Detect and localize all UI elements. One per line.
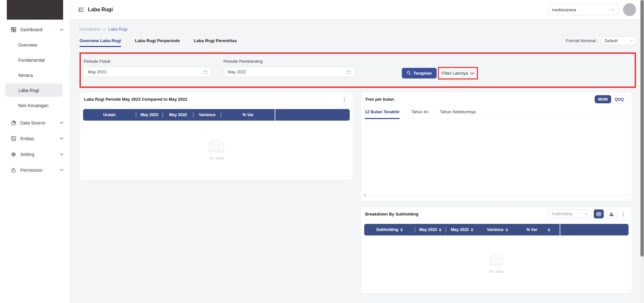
mom-qoq-toggle: MOM QOQ: [594, 95, 628, 104]
column-header-empty: [560, 224, 629, 235]
sidebar-item-entitas[interactable]: Entitas: [0, 131, 70, 146]
column-header-empty: [275, 109, 350, 121]
sort-icon: [471, 228, 473, 232]
page-scrollbar-thumb[interactable]: [640, 0, 644, 257]
filter-region-highlight: Periode Fiskal May 2023 Periode Pembandi…: [80, 52, 636, 88]
tren-chart-area: 0: [364, 119, 629, 201]
breadcrumb-item-dashboard[interactable]: Dashboard: [80, 27, 100, 32]
breakdown-table-header: Subholding May 2023: [364, 224, 629, 235]
tab-overview-laba-rugi[interactable]: Overview Laba Rugi: [80, 38, 121, 47]
apply-button-label: Terapkan: [413, 71, 432, 76]
apply-button[interactable]: Terapkan: [402, 68, 437, 78]
tab-laba-rugi-perperiode[interactable]: Laba Rugi Perperiode: [135, 38, 180, 47]
empty-state: No data: [361, 235, 632, 290]
content: Dashboard > Laba Rugi Overview Laba Rugi…: [70, 20, 644, 303]
chevron-down-icon: [584, 213, 588, 215]
menu-fold-icon[interactable]: [78, 7, 84, 12]
zero-gridline: [368, 195, 629, 196]
breadcrumb: Dashboard > Laba Rugi: [80, 27, 636, 32]
app-root: Dashboard Overview Fundamental Neraca La…: [0, 0, 644, 303]
laba-rugi-card-title: Laba Rugi Periode May 2023 Compared to M…: [84, 97, 187, 102]
breakdown-controls: Subholding: [548, 209, 628, 218]
sidebar-item-non-keuangan[interactable]: Non Keuangan: [0, 98, 70, 113]
column-header-subholding[interactable]: Subholding: [364, 224, 415, 235]
chevron-down-icon: [60, 169, 63, 171]
sort-icon: [548, 228, 550, 232]
calendar-icon: [204, 70, 208, 74]
company-select[interactable]: mediasarana: [548, 4, 619, 15]
table-view-button[interactable]: [594, 209, 604, 218]
column-header-uraian: Uraian: [83, 109, 136, 121]
sidebar-item-fundamental[interactable]: Fundamental: [0, 52, 70, 68]
chart-view-button[interactable]: [606, 209, 616, 218]
tab-laba-rugi-perentitas[interactable]: Laba Rugi Perentitas: [194, 38, 237, 47]
kebab-menu-icon[interactable]: ⋮: [619, 210, 628, 218]
sidebar-item-laba-rugi[interactable]: Laba Rugi: [5, 84, 63, 97]
kebab-menu-icon[interactable]: ⋮: [340, 96, 349, 103]
user-avatar[interactable]: [623, 3, 636, 16]
column-header-variance[interactable]: Variance: [478, 224, 517, 235]
sidebar-item-permission[interactable]: Permission: [0, 162, 70, 178]
topbar-right: mediasarana: [548, 3, 636, 16]
subholding-group-select[interactable]: Subholding: [548, 209, 591, 218]
chevron-down-icon: [60, 137, 63, 140]
periode-pembanding-value: May 2022: [228, 69, 246, 74]
column-header-pct-var: % Var: [221, 109, 275, 121]
no-data-label: No data: [489, 269, 504, 274]
chevron-up-icon: [60, 29, 63, 31]
chevron-down-icon: [630, 40, 633, 42]
column-header-may-2023[interactable]: May 2023: [415, 224, 446, 235]
tab-tahun-sebelumnya[interactable]: Tahun Sebelumnya: [440, 109, 476, 119]
sidebar-item-setting[interactable]: Setting: [0, 146, 70, 162]
sidebar-item-label: Setting: [20, 152, 34, 157]
toggle-qoq[interactable]: QOQ: [611, 95, 627, 103]
cards-grid: Laba Rugi Periode May 2023 Compared to M…: [80, 92, 636, 293]
sidebar-item-overview[interactable]: Overview: [0, 37, 70, 52]
tren-card-header: Tren per bulan MOM QOQ: [361, 92, 632, 106]
breakdown-subholding-card: Breakdown By Subholding Subholding: [361, 207, 632, 293]
company-select-value: mediasarana: [552, 7, 576, 12]
app-logo: [7, 0, 63, 20]
breadcrumb-separator: >: [103, 27, 106, 32]
page-scrollbar-track: [640, 0, 644, 303]
chevron-down-icon: [60, 153, 63, 155]
tabs-row: Overview Laba Rugi Laba Rugi Perperiode …: [80, 36, 636, 47]
sort-icon: [439, 228, 441, 232]
periode-fiskal-input[interactable]: May 2023: [84, 67, 212, 77]
tab-tahun-ini[interactable]: Tahun Ini: [411, 109, 428, 119]
sidebar-item-label: Non Keuangan: [18, 103, 48, 108]
tren-per-bulan-card: Tren per bulan MOM QOQ 12 Bulan Terakhir…: [361, 92, 632, 201]
periode-pembanding-input[interactable]: May 2022: [223, 67, 355, 77]
gear-icon: [11, 152, 16, 157]
tab-12-bulan-terakhir[interactable]: 12 Bulan Terakhir: [365, 109, 400, 119]
bar-chart-icon: [609, 212, 614, 216]
sidebar-item-neraca[interactable]: Neraca: [0, 68, 70, 83]
sidebar-item-label: Laba Rugi: [18, 88, 39, 93]
dashboard-submenu: Overview Fundamental Neraca Laba Rugi No…: [0, 36, 70, 115]
page-title: Laba Rugi: [88, 7, 113, 13]
toggle-mom[interactable]: MOM: [595, 95, 611, 103]
empty-box-icon: [486, 252, 507, 266]
sidebar-item-label: Dashboard: [20, 27, 43, 32]
subholding-select-value: Subholding: [552, 212, 572, 216]
breadcrumb-item-current: Laba Rugi: [108, 27, 127, 32]
pie-chart-icon: [11, 120, 16, 125]
tren-tabs: 12 Bulan Terakhir Tahun Ini Tahun Sebelu…: [361, 106, 632, 119]
more-filters-button[interactable]: Filter Lainnya: [438, 67, 478, 79]
calendar-icon: [346, 70, 351, 74]
sidebar-item-dashboard[interactable]: Dashboard: [0, 23, 70, 36]
laba-rugi-card-header: Laba Rugi Periode May 2023 Compared to M…: [80, 92, 353, 106]
card-footer-divider: [80, 177, 353, 180]
more-filters-label: Filter Lainnya: [442, 71, 468, 76]
sidebar-item-label: Permission: [20, 168, 43, 173]
sidebar-item-label: Fundamental: [18, 58, 45, 63]
column-header-may-2022: May 2022: [163, 109, 193, 121]
sidebar-item-label: Entitas: [20, 136, 34, 141]
sidebar-item-data-source[interactable]: Data Source: [0, 115, 70, 131]
periode-fiskal-field: Periode Fiskal May 2023: [84, 59, 212, 77]
column-header-pct-var[interactable]: % Var: [517, 224, 560, 235]
empty-box-icon: [205, 137, 228, 153]
empty-state: No data: [80, 121, 353, 177]
format-nominal-select[interactable]: Default: [601, 36, 636, 45]
column-header-may-2022[interactable]: May 2022: [446, 224, 478, 235]
